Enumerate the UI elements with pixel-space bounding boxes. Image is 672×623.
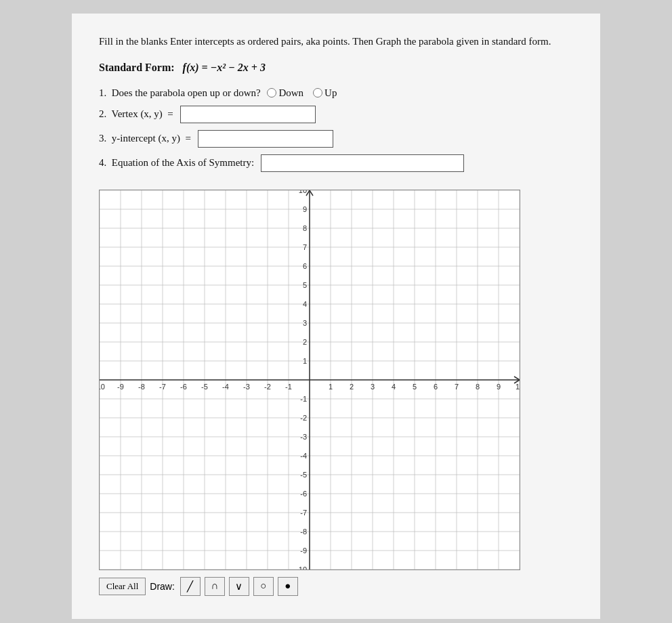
- question-1-row: 1. Does the parabola open up or down? Do…: [99, 87, 573, 99]
- toolbar: Clear All Draw: ╱ ∩ ∨ ○ ●: [99, 574, 520, 599]
- curve-valley-tool[interactable]: ∨: [229, 577, 249, 596]
- q4-input[interactable]: [261, 154, 464, 172]
- q3-label: 3. y-intercept (x, y) =: [99, 133, 194, 144]
- q1-down-label[interactable]: Down: [267, 87, 303, 99]
- q4-label: 4. Equation of the Axis of Symmetry:: [99, 157, 257, 169]
- question-2-row: 2. Vertex (x, y) =: [99, 106, 573, 123]
- q2-input[interactable]: [180, 106, 316, 123]
- formula-text: f(x) = −x² − 2x + 3: [183, 62, 266, 73]
- graph-canvas[interactable]: [100, 190, 520, 570]
- graph-container: Clear All Draw: ╱ ∩ ∨ ○ ●: [99, 190, 520, 599]
- q2-label: 2. Vertex (x, y) =: [99, 108, 176, 120]
- circle-open-tool[interactable]: ○: [253, 577, 274, 596]
- page: Fill in the blanks Enter intercepts as o…: [72, 14, 600, 619]
- q1-radio-group: Down Up: [267, 87, 341, 99]
- question-3-row: 3. y-intercept (x, y) =: [99, 130, 573, 148]
- q1-up-label[interactable]: Up: [313, 87, 337, 99]
- q1-down-radio[interactable]: [267, 88, 276, 98]
- q1-up-radio[interactable]: [313, 88, 322, 98]
- line-tool[interactable]: ╱: [180, 577, 201, 596]
- questions-section: 1. Does the parabola open up or down? Do…: [99, 87, 573, 172]
- clear-all-button[interactable]: Clear All: [99, 578, 146, 595]
- instructions-text: Fill in the blanks Enter intercepts as o…: [99, 34, 573, 49]
- draw-label: Draw:: [150, 581, 175, 592]
- question-4-row: 4. Equation of the Axis of Symmetry:: [99, 154, 573, 172]
- curve-hill-tool[interactable]: ∩: [205, 577, 225, 596]
- standard-form-line: Standard Form: f(x) = −x² − 2x + 3: [99, 62, 573, 74]
- q3-input[interactable]: [198, 130, 333, 148]
- graph-wrapper: [99, 190, 520, 570]
- q1-label: 1. Does the parabola open up or down?: [99, 87, 263, 99]
- dot-tool[interactable]: ●: [278, 577, 298, 596]
- standard-form-label: Standard Form:: [99, 62, 175, 73]
